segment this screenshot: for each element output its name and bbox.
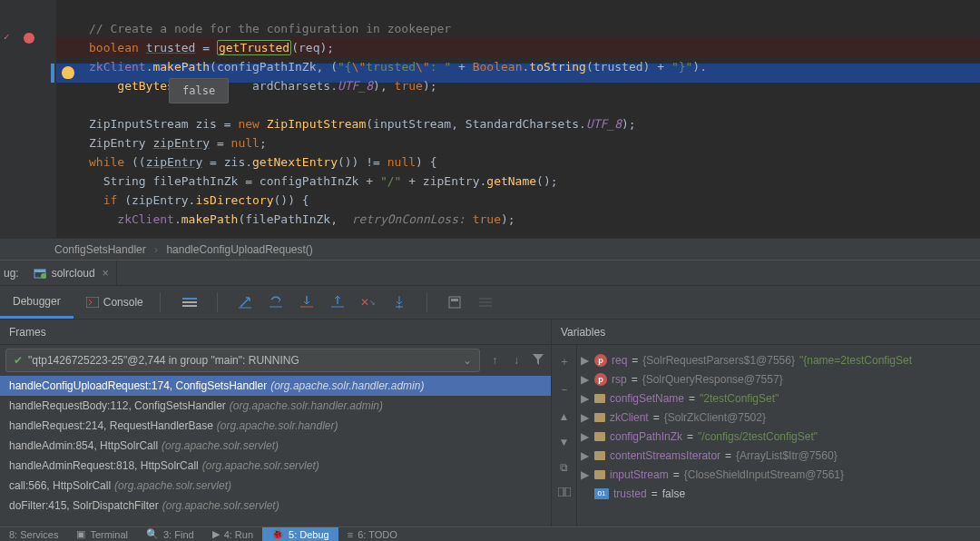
step-over-icon[interactable] [269,295,283,310]
svg-rect-22 [565,487,571,497]
frame-item[interactable]: handleConfigUploadRequest:174, ConfigSet… [0,376,551,396]
svg-rect-17 [451,299,458,301]
frame-item[interactable]: handleRequest:214, RequestHandlerBase(or… [0,416,551,436]
field-icon [594,470,605,479]
sb-find[interactable]: 🔍3: Find [137,528,203,540]
show-exec-icon[interactable] [238,295,252,310]
variable-row[interactable]: ▶preq = {SolrRequestParsers$1@7556} "{na… [581,350,976,369]
separator [217,292,218,312]
expand-icon[interactable]: ▶ [581,468,590,481]
run-to-cursor-icon[interactable] [392,295,407,310]
code-block[interactable]: // Create a node for the configuration i… [56,0,980,229]
chevron-down-icon[interactable]: ⌄ [463,354,472,367]
sb-terminal[interactable]: ▣Terminal [67,528,137,540]
run-config-icon [34,268,46,279]
tab-debugger[interactable]: Debugger [0,286,74,319]
variable-row[interactable]: ▶configSetName = "2testConfigSet" [581,389,976,408]
show-watches-icon[interactable] [558,487,571,499]
run-config-name: solrcloud [52,267,95,280]
tab-console[interactable]: Console [74,286,156,319]
sb-debug[interactable]: 🐞5: Debug [262,527,338,541]
param-icon: p [594,373,607,386]
thread-row: ✔ "qtp1426725223-25"@2,744 in group "mai… [0,345,551,376]
remove-watch-icon[interactable]: － [559,382,570,398]
tab-console-label: Console [103,296,143,309]
code-editor[interactable]: // Create a node for the configuration i… [0,0,980,238]
frame-item[interactable]: call:566, HttpSolrCall(org.apache.solr.s… [0,476,551,496]
debug-label: ug: [0,267,26,280]
frames-title: Frames [0,320,551,345]
frame-item[interactable]: handleRequestBody:112, ConfigSetsHandler… [0,396,551,416]
debug-toolbar: Debugger Console ✕↘ [0,285,980,320]
frame-item[interactable]: handleAdminRequest:818, HttpSolrCall(org… [0,456,551,476]
variable-row[interactable]: 01trusted = false [581,484,976,503]
breadcrumb-method[interactable]: handleConfigUploadRequest() [166,243,312,256]
gutter[interactable] [0,0,56,238]
variable-row[interactable]: ▶zkClient = {SolrZkClient@7502} [581,408,976,427]
prev-frame-icon[interactable]: ↑ [487,354,502,367]
bug-icon: 🐞 [271,528,284,540]
svg-point-2 [41,273,46,279]
variables-toolbar: ＋ － ▲ ▼ ⧉ [552,345,577,526]
sb-services[interactable]: 8: Services [0,529,67,540]
variable-row[interactable]: ▶configPathInZk = "/configs/2testConfigS… [581,427,976,446]
check-icon: ✔ [14,354,23,367]
frames-panel: Frames ✔ "qtp1426725223-25"@2,744 in gro… [0,320,552,526]
variable-row[interactable]: ▶prsp = {SolrQueryResponse@7557} [581,369,976,389]
close-icon[interactable]: × [103,267,109,280]
variable-row[interactable]: ▶contentStreamsIterator = {ArrayList$Itr… [581,446,976,465]
value-tooltip: false [169,78,229,103]
field-icon [594,451,605,460]
expand-icon [581,487,590,500]
expand-icon[interactable]: ▶ [581,411,590,424]
expand-icon[interactable]: ▶ [581,354,590,367]
frames-list[interactable]: handleConfigUploadRequest:174, ConfigSet… [0,376,551,526]
next-frame-icon[interactable]: ↓ [509,354,524,367]
sb-todo[interactable]: ≡6: TODO [338,529,407,540]
variables-panel: Variables ＋ － ▲ ▼ ⧉ ▶preq = {SolrRequest… [552,320,980,526]
trace-icon[interactable] [478,295,493,310]
threads-icon[interactable] [182,295,197,310]
filter-icon[interactable] [531,354,545,368]
step-out-icon[interactable] [330,295,345,310]
play-icon: ▶ [212,528,220,540]
breadcrumb[interactable]: ConfigSetsHandler › handleConfigUploadRe… [0,238,980,260]
svg-rect-1 [34,270,45,272]
new-watch-icon[interactable]: ＋ [559,354,570,369]
thread-name: "qtp1426725223-25"@2,744 in group "main"… [28,354,299,367]
variable-row[interactable]: ▶inputStream = {CloseShieldInputStream@7… [581,465,976,484]
breakpoint-icon[interactable] [24,33,34,44]
evaluate-icon[interactable] [447,295,462,310]
svg-rect-3 [86,297,99,308]
separator [160,292,161,312]
sb-run[interactable]: ▶4: Run [203,528,262,540]
debug-tabbar: ug: solrcloud × [0,260,980,285]
field-icon [594,394,605,403]
breadcrumb-class[interactable]: ConfigSetsHandler [54,243,146,256]
drop-frame-icon[interactable]: ✕↘ [361,295,376,310]
svg-rect-21 [558,487,564,497]
param-icon: p [594,354,607,367]
frame-item[interactable]: doFilter:415, SolrDispatchFilter(org.apa… [0,496,551,516]
thread-selector[interactable]: ✔ "qtp1426725223-25"@2,744 in group "mai… [5,349,480,372]
separator [426,292,427,312]
move-down-icon[interactable]: ▼ [559,436,570,448]
expand-icon[interactable]: ▶ [581,373,590,386]
step-into-icon[interactable] [299,295,314,310]
expand-icon[interactable]: ▶ [581,449,590,462]
run-config-tab[interactable]: solrcloud × [26,261,117,285]
list-icon: ≡ [348,529,353,540]
variables-list[interactable]: ▶preq = {SolrRequestParsers$1@7556} "{na… [577,345,980,526]
move-up-icon[interactable]: ▲ [559,410,570,423]
chevron-right-icon: › [154,243,158,256]
expand-icon[interactable]: ▶ [581,430,590,443]
terminal-icon: ▣ [76,528,85,540]
svg-rect-16 [449,297,460,308]
frame-item[interactable]: handleAdmin:854, HttpSolrCall(org.apache… [0,436,551,456]
expand-icon[interactable]: ▶ [581,392,590,405]
console-icon [86,297,99,308]
duplicate-icon[interactable]: ⧉ [560,461,568,474]
debug-panels: Frames ✔ "qtp1426725223-25"@2,744 in gro… [0,320,980,526]
field-icon [594,432,605,441]
search-icon: 🔍 [146,528,159,540]
